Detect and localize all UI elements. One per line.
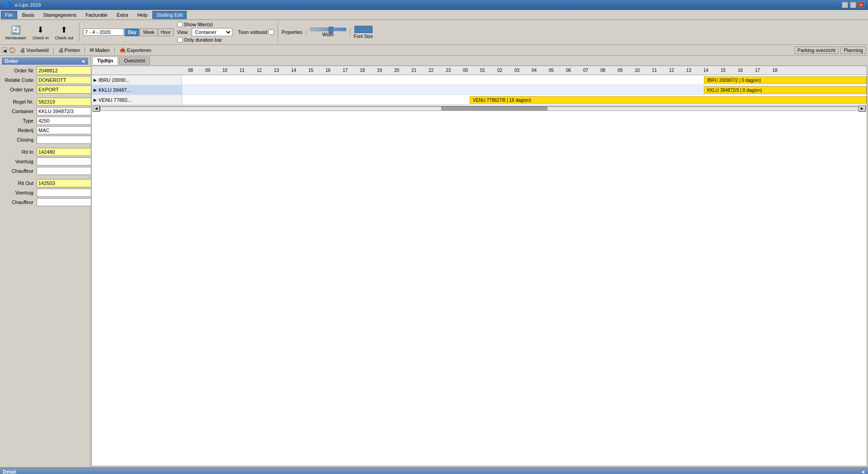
hour-18b: 18 <box>766 68 783 73</box>
check-out-btn[interactable]: ⬆ Check out <box>53 23 76 42</box>
hour-08: 08 <box>182 68 199 73</box>
title-bar: 🔵 e-Lips 2019 – □ ✕ <box>0 0 868 10</box>
timeline-row-ibru[interactable]: ▶ IBRU 20090... IBRU 200907/2 | 0 dag(en… <box>92 75 867 85</box>
order-nr-label: Order Nr <box>2 68 35 73</box>
order-panel: Order ◄ Order Nr Relatie Code Order type… <box>0 56 90 467</box>
menu-file[interactable]: File <box>1 11 17 19</box>
hour-15b: 15 <box>715 68 732 73</box>
hour-13b: 13 <box>680 68 698 73</box>
check-in-btn[interactable]: ⬇ Check In <box>30 23 51 42</box>
hour-17: 17 <box>337 68 354 73</box>
hour-11b: 11 <box>646 68 663 73</box>
menu-help-label: Help <box>137 12 148 18</box>
parking-overzicht-btn[interactable]: Parking overzicht <box>794 47 839 54</box>
scroll-thumb[interactable] <box>441 107 547 110</box>
view-label: View <box>177 29 188 35</box>
chauffeur-out-label: Chauffeur <box>2 199 35 205</box>
voertuig-out-row: Voertuig <box>2 189 88 197</box>
timeline-row-venu[interactable]: ▶ VENU 77882... VENU 778827/8 | 18 dag(e… <box>92 95 867 105</box>
hour-00: 00 <box>457 68 474 73</box>
detail-panel: Detail ◄ Boeking Rit Regels VI # Actie c… <box>0 467 868 474</box>
hour-19: 19 <box>371 68 388 73</box>
hour-18: 18 <box>354 68 371 73</box>
menu-facturatie[interactable]: Facturatie <box>81 11 112 19</box>
nav-left-btn[interactable]: ◄ <box>2 47 7 53</box>
hour-06: 06 <box>560 68 577 73</box>
venu-gantt-bar[interactable]: VENU 778827/8 | 18 dag(en) <box>470 96 867 104</box>
tab-overzicht[interactable]: Overzicht <box>119 57 150 65</box>
app-title: e-Lips 2019 <box>15 2 41 8</box>
hour-btn[interactable]: Hour <box>158 28 174 36</box>
type-row: Type <box>2 117 88 125</box>
maximize-btn[interactable]: □ <box>850 2 856 8</box>
hour-14b: 14 <box>698 68 715 73</box>
only-duration-checkbox[interactable] <box>177 37 183 43</box>
detail-collapse-icon[interactable]: ◄ <box>860 469 865 474</box>
container-row: Container <box>2 107 88 115</box>
ibru-gantt-bar[interactable]: IBRU 200907/2 | 0 dag(en) <box>704 76 867 84</box>
menu-stamgegevens[interactable]: Stamgegevens <box>39 11 80 19</box>
mailen-btn[interactable]: ✉ Mailen <box>87 46 112 54</box>
hour-16: 16 <box>320 68 337 73</box>
hour-21: 21 <box>406 68 423 73</box>
voertuig-in-label: Voertuig <box>2 159 35 164</box>
scroll-left-btn[interactable]: ◄ <box>93 105 100 112</box>
week-btn[interactable]: Week <box>140 28 157 36</box>
menu-extra[interactable]: Extra <box>113 11 132 19</box>
planning-btn[interactable]: Planning <box>840 47 866 54</box>
date-input[interactable] <box>83 28 124 36</box>
close-btn[interactable]: ✕ <box>858 2 864 8</box>
menu-extra-label: Extra <box>117 12 128 18</box>
exporteren-label: Exporteren <box>127 47 151 53</box>
menu-stalling-edit[interactable]: Stalling Edit <box>152 11 187 19</box>
check-out-label: Check out <box>55 36 74 40</box>
scroll-right-btn[interactable]: ► <box>859 105 866 112</box>
font-size-label: Font Size <box>354 34 373 39</box>
toon-voltooid-checkbox[interactable] <box>269 29 274 35</box>
chauffeur-in-label: Chauffeur <box>2 168 35 174</box>
view-select[interactable]: Container <box>192 28 232 36</box>
voertuig-in-row: Voertuig <box>2 157 88 166</box>
timeline-row-kklu[interactable]: ▶ KKLU 39487... KKLU 394872/3 | 0 dag(en… <box>92 85 867 95</box>
hour-01: 01 <box>474 68 491 73</box>
menu-basis-label: Basis <box>22 12 34 18</box>
rederij-label: Rederij <box>2 128 35 133</box>
menu-basis[interactable]: Basis <box>18 11 38 19</box>
type-label: Type <box>2 118 35 123</box>
menu-facturatie-label: Facturatie <box>85 12 108 18</box>
timeline-row-ibru-label: ▶ IBRU 20090... <box>92 75 182 85</box>
hour-08b: 08 <box>594 68 612 73</box>
sep1 <box>53 47 54 54</box>
home-btn[interactable]: 🏠 <box>9 47 15 53</box>
hour-10b: 10 <box>629 68 646 73</box>
kklu-arrow: ▶ <box>94 88 97 92</box>
detail-panel-title: Detail ◄ <box>0 468 868 474</box>
order-panel-title: Order ◄ <box>2 57 88 65</box>
order-panel-collapse[interactable]: ◄ <box>80 58 85 64</box>
hour-20: 20 <box>388 68 406 73</box>
kklu-gantt-bar[interactable]: KKLU 394872/3 | 0 dag(en) <box>704 86 867 94</box>
timeline-scrollbar[interactable]: ◄ ► <box>92 105 867 111</box>
rit-in-label: Rit In <box>2 149 35 155</box>
timeline-hours-container: 08 09 10 11 12 13 14 15 16 17 18 19 20 2… <box>182 68 867 73</box>
day-btn[interactable]: Day <box>125 28 139 36</box>
check-in-icon: ⬇ <box>35 24 46 35</box>
rit-out-row: Rit Out <box>2 179 88 187</box>
minimize-btn[interactable]: – <box>842 2 848 8</box>
printen-label: Printen <box>65 47 80 53</box>
date-picker: Day Week Hour <box>83 28 173 36</box>
vernieuwen-btn[interactable]: 🔄 Vernieuwen <box>3 23 28 42</box>
show-filters-checkbox[interactable] <box>177 22 183 27</box>
timeline-row-kklu-cells: KKLU 394872/3 | 0 dag(en) <box>182 85 867 95</box>
menu-help[interactable]: Help <box>133 11 152 19</box>
width-slider-thumb[interactable] <box>329 27 333 33</box>
font-size-slider-track <box>354 26 373 33</box>
tab-tijdlijn[interactable]: Tijdlijn <box>92 57 118 65</box>
exporteren-btn[interactable]: 📤 Exporteren <box>117 46 154 54</box>
voorbeeld-btn[interactable]: 🖨 Voorbeeld <box>17 46 52 54</box>
printen-btn[interactable]: 🖨 Printen <box>56 46 83 54</box>
timeline-row-venu-cells: VENU 778827/8 | 18 dag(en) <box>182 95 867 104</box>
only-duration-label: Only duration bar <box>184 37 222 43</box>
timeline-row-venu-label: ▶ VENU 77882... <box>92 95 182 104</box>
timeline-tabs: Tijdlijn Overzicht <box>90 56 868 65</box>
